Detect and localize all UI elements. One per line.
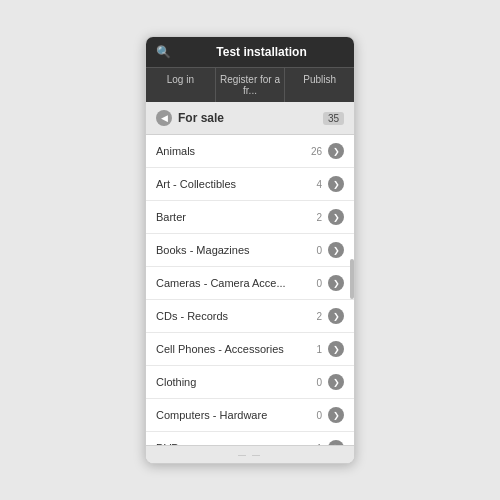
chevron-icon[interactable]: ❯ — [328, 176, 344, 192]
list-item-left: Cameras - Camera Acce... — [156, 277, 316, 289]
list-item-left: Clothing — [156, 376, 316, 388]
chevron-icon[interactable]: ❯ — [328, 374, 344, 390]
chevron-icon[interactable]: ❯ — [328, 407, 344, 423]
item-name: Art - Collectibles — [156, 178, 236, 190]
list-item-left: DVD — [156, 442, 316, 445]
item-name: Cameras - Camera Acce... — [156, 277, 286, 289]
list-item[interactable]: Art - Collectibles 4 ❯ — [146, 168, 354, 201]
category-header: ◀ For sale 35 — [146, 102, 354, 135]
nav-bar: Log in Register for a fr... Publish — [146, 67, 354, 102]
list-item-left: Cell Phones - Accessories — [156, 343, 316, 355]
item-count: 4 — [316, 179, 322, 190]
item-name: Cell Phones - Accessories — [156, 343, 284, 355]
header: 🔍 Test installation — [146, 37, 354, 67]
nav-register[interactable]: Register for a fr... — [216, 68, 286, 102]
chevron-icon[interactable]: ❯ — [328, 242, 344, 258]
chevron-icon[interactable]: ❯ — [328, 143, 344, 159]
list-item[interactable]: DVD 1 ❯ — [146, 432, 354, 445]
list-container[interactable]: Animals 26 ❯ Art - Collectibles 4 ❯ Bart… — [146, 135, 354, 445]
item-count: 2 — [316, 212, 322, 223]
item-name: Clothing — [156, 376, 196, 388]
list-item[interactable]: Clothing 0 ❯ — [146, 366, 354, 399]
list-wrapper: Animals 26 ❯ Art - Collectibles 4 ❯ Bart… — [146, 135, 354, 445]
scrollbar[interactable] — [350, 259, 354, 299]
nav-publish[interactable]: Publish — [285, 68, 354, 102]
chevron-icon[interactable]: ❯ — [328, 209, 344, 225]
item-count: 0 — [316, 410, 322, 421]
chevron-icon[interactable]: ❯ — [328, 440, 344, 445]
category-count: 35 — [323, 112, 344, 125]
device-frame: 🔍 Test installation Log in Register for … — [145, 36, 355, 464]
list-item[interactable]: Cameras - Camera Acce... 0 ❯ — [146, 267, 354, 300]
item-count: 0 — [316, 377, 322, 388]
list-item[interactable]: Barter 2 ❯ — [146, 201, 354, 234]
search-icon[interactable]: 🔍 — [156, 45, 171, 59]
nav-login[interactable]: Log in — [146, 68, 216, 102]
bottom-bar: — — — [146, 445, 354, 463]
item-name: Animals — [156, 145, 195, 157]
list-item[interactable]: Computers - Hardware 0 ❯ — [146, 399, 354, 432]
list-item[interactable]: Animals 26 ❯ — [146, 135, 354, 168]
list-item-left: Books - Magazines — [156, 244, 316, 256]
item-count: 2 — [316, 311, 322, 322]
item-count: 26 — [311, 146, 322, 157]
list-item-left: Barter — [156, 211, 316, 223]
list-item[interactable]: CDs - Records 2 ❯ — [146, 300, 354, 333]
list-item-left: CDs - Records — [156, 310, 316, 322]
chevron-icon[interactable]: ❯ — [328, 341, 344, 357]
list-item-left: Animals — [156, 145, 311, 157]
item-count: 0 — [316, 245, 322, 256]
item-count: 1 — [316, 443, 322, 446]
item-count: 1 — [316, 344, 322, 355]
bottom-dots: — — — [238, 450, 262, 459]
category-title: For sale — [178, 111, 224, 125]
item-name: Computers - Hardware — [156, 409, 267, 421]
list-item[interactable]: Cell Phones - Accessories 1 ❯ — [146, 333, 354, 366]
back-icon[interactable]: ◀ — [156, 110, 172, 126]
item-name: Books - Magazines — [156, 244, 250, 256]
chevron-icon[interactable]: ❯ — [328, 308, 344, 324]
item-name: Barter — [156, 211, 186, 223]
item-count: 0 — [316, 278, 322, 289]
item-name: DVD — [156, 442, 179, 445]
item-name: CDs - Records — [156, 310, 228, 322]
app-title: Test installation — [179, 45, 344, 59]
list-item[interactable]: Books - Magazines 0 ❯ — [146, 234, 354, 267]
list-item-left: Art - Collectibles — [156, 178, 316, 190]
chevron-icon[interactable]: ❯ — [328, 275, 344, 291]
category-header-left: ◀ For sale — [156, 110, 224, 126]
list-item-left: Computers - Hardware — [156, 409, 316, 421]
